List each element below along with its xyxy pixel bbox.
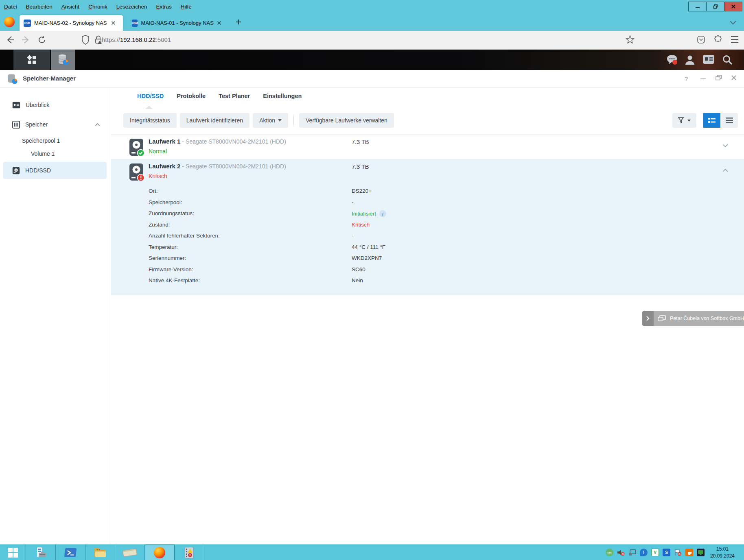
detail-row: Anzahl fehlerhafter Sektoren:- bbox=[149, 233, 596, 244]
sidebar-item-label: HDD/SSD bbox=[25, 167, 51, 174]
tab-maio-nas-01[interactable]: DSM MAIO-NAS-01 - Synology NAS bbox=[128, 15, 224, 31]
powershell-icon bbox=[64, 547, 77, 558]
reload-icon[interactable] bbox=[37, 35, 46, 44]
tab-list-chevron-icon[interactable] bbox=[729, 20, 737, 25]
health-status-button[interactable]: Integritätsstatus bbox=[123, 113, 177, 128]
filter-button[interactable] bbox=[672, 113, 696, 128]
view-toggle-group bbox=[703, 113, 738, 128]
firefox-logo-icon bbox=[4, 17, 15, 27]
tab-test-planer[interactable]: Test Planer bbox=[219, 93, 250, 99]
user-account-icon[interactable] bbox=[685, 54, 695, 65]
tray-sophos-icon[interactable]: S bbox=[663, 549, 670, 556]
url-bar[interactable]: https://192.168.0.22:5001 bbox=[102, 36, 171, 43]
expand-arrow-icon[interactable] bbox=[642, 311, 654, 326]
extensions-puzzle-icon[interactable] bbox=[713, 35, 722, 44]
window-minimize-button[interactable] bbox=[700, 74, 706, 81]
action-dropdown-button[interactable]: Aktion bbox=[253, 113, 288, 128]
menu-chronik[interactable]: Chronik bbox=[88, 4, 107, 10]
detail-row: Native 4K-Festplatte:Nein bbox=[149, 277, 596, 289]
browser-restore-button[interactable] bbox=[706, 2, 724, 11]
browser-close-button[interactable] bbox=[724, 2, 742, 11]
powershell-taskbar-button[interactable] bbox=[56, 545, 85, 560]
search-icon[interactable] bbox=[722, 54, 733, 65]
server-manager-taskbar-button[interactable] bbox=[26, 545, 56, 560]
screen: Datei Bearbeiten Ansicht Chronik Lesezei… bbox=[0, 0, 744, 560]
drive-row-laufwerk-1[interactable]: Laufwerk 1 - Seagate ST8000VN004-2M2101 … bbox=[111, 134, 744, 159]
widgets-icon[interactable] bbox=[703, 54, 714, 64]
dsm-app-launcher[interactable] bbox=[13, 50, 50, 70]
info-icon[interactable]: i bbox=[379, 210, 386, 217]
manage-available-drives-button[interactable]: Verfügbare Laufwerke verwalten bbox=[299, 113, 394, 128]
lock-icon[interactable] bbox=[94, 35, 103, 44]
sidebar-item-volume-1[interactable]: Volume 1 bbox=[3, 147, 107, 160]
tray-notification-icon[interactable]: ! bbox=[640, 549, 648, 556]
sidebar-item-hdd-ssd[interactable]: HDD/SSD bbox=[3, 162, 107, 179]
hamburger-menu-icon[interactable] bbox=[731, 36, 739, 43]
tracking-shield-icon[interactable] bbox=[81, 35, 90, 45]
taskbar-clock[interactable]: 15:01 20.09.2024 bbox=[705, 546, 740, 560]
tray-volume-muted-icon[interactable] bbox=[617, 549, 625, 556]
caret-down-icon bbox=[278, 119, 282, 122]
menu-lesezeichen[interactable]: Lesezeichen bbox=[116, 4, 147, 10]
collapse-chevron-icon[interactable] bbox=[722, 168, 729, 172]
scanner-icon bbox=[123, 548, 137, 557]
dsm-storage-manager-taskbar-icon[interactable] bbox=[51, 50, 75, 70]
scanner-taskbar-button[interactable] bbox=[115, 545, 145, 560]
dsm-favicon: DSM bbox=[24, 20, 31, 27]
tray-flag-alert-icon[interactable] bbox=[674, 549, 682, 556]
window-help-button[interactable]: ? bbox=[685, 75, 688, 82]
drive-row-laufwerk-2[interactable]: Laufwerk 2 - Seagate ST8000VN004-2M2101 … bbox=[111, 159, 744, 295]
app-grid-icon bbox=[26, 54, 37, 65]
tab-maio-nas-02[interactable]: DSM MAIO-NAS-02 - Synology NAS bbox=[20, 15, 123, 31]
tab-protokolle[interactable]: Protokolle bbox=[177, 93, 206, 99]
menu-hilfe[interactable]: Hilfe bbox=[181, 4, 192, 10]
firefox-taskbar-button[interactable] bbox=[145, 545, 175, 560]
tab-close-icon[interactable] bbox=[110, 20, 116, 26]
window-title: Speicher-Manager bbox=[23, 75, 76, 82]
sidebar-item-ueberblick[interactable]: Überblick bbox=[3, 97, 107, 113]
detail-view-button[interactable] bbox=[703, 113, 720, 128]
simple-list-view-button[interactable] bbox=[720, 113, 738, 128]
drive-status: Normal bbox=[149, 148, 167, 155]
back-icon[interactable] bbox=[6, 35, 15, 44]
new-tab-button[interactable] bbox=[235, 19, 242, 25]
bookmark-star-icon[interactable] bbox=[626, 35, 635, 44]
tab-close-icon[interactable] bbox=[217, 20, 221, 26]
sidebar-item-label: Überblick bbox=[26, 102, 49, 108]
forward-icon[interactable] bbox=[21, 35, 30, 44]
drive-icon bbox=[129, 163, 144, 182]
browser-minimize-button[interactable] bbox=[688, 2, 707, 11]
collapse-chevron-icon[interactable] bbox=[95, 123, 100, 126]
pocket-icon[interactable] bbox=[697, 35, 705, 44]
start-button[interactable] bbox=[0, 545, 26, 560]
sidebar-item-speicherpool-1[interactable]: Speicherpool 1 bbox=[3, 134, 107, 147]
drive-icon bbox=[129, 138, 144, 157]
tray-antivirus-icon[interactable]: V bbox=[651, 549, 659, 556]
detail-row: Zuordnungsstatus: Initialisierti bbox=[149, 210, 596, 222]
menu-extras[interactable]: Extras bbox=[156, 4, 172, 10]
notifications-icon[interactable] bbox=[666, 54, 678, 65]
teamviewer-session-bar[interactable]: Petar Čubela von Softbox GmbH bbox=[642, 311, 744, 326]
dsm-favicon: DSM bbox=[132, 20, 138, 27]
expand-chevron-icon[interactable] bbox=[722, 144, 729, 148]
tray-network-icon[interactable] bbox=[628, 549, 636, 556]
window-restore-button[interactable] bbox=[716, 75, 722, 81]
sidebar-item-speicher[interactable]: Speicher bbox=[3, 116, 107, 133]
tray-java-icon[interactable] bbox=[685, 549, 693, 556]
screen-share-icon bbox=[658, 315, 666, 322]
tab-einstellungen[interactable]: Einstellungen bbox=[263, 93, 302, 99]
browser-window-controls bbox=[689, 2, 742, 11]
identify-drive-button[interactable]: Laufwerk identifizieren bbox=[180, 113, 249, 128]
detail-row: Ort:DS220+ bbox=[149, 188, 596, 199]
tray-sbs-icon[interactable]: sbs bbox=[606, 549, 613, 556]
detail-row: Firmware-Version:SC60 bbox=[149, 266, 596, 278]
tab-hdd-ssd[interactable]: HDD/SSD bbox=[137, 93, 164, 99]
window-close-button[interactable] bbox=[731, 75, 737, 81]
file-explorer-taskbar-button[interactable] bbox=[85, 545, 115, 560]
tray-teamviewer-icon[interactable] bbox=[697, 549, 705, 556]
menu-ansicht[interactable]: Ansicht bbox=[61, 4, 79, 10]
event-log-taskbar-button[interactable]: × bbox=[175, 545, 204, 560]
menu-datei[interactable]: Datei bbox=[4, 4, 17, 10]
storage-pool-icon bbox=[12, 121, 20, 129]
menu-bearbeiten[interactable]: Bearbeiten bbox=[26, 4, 53, 10]
